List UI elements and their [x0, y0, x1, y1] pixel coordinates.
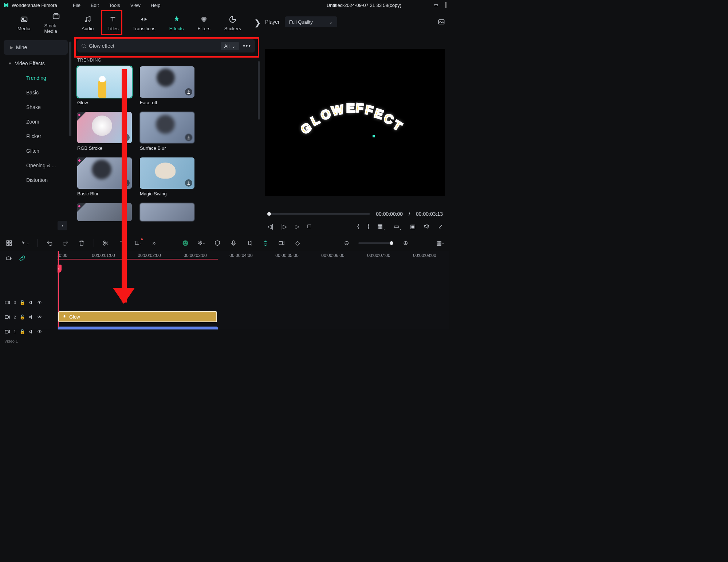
player-viewport[interactable]: G L O W E F F E C T: [265, 49, 445, 196]
timeline-ruler[interactable]: 00:00 00:00:01:00 00:00:02:00 00:00:03:0…: [58, 251, 449, 266]
timeline-tracks-area[interactable]: 00:00 00:00:01:00 00:00:02:00 00:00:03:0…: [58, 251, 449, 329]
mute-icon[interactable]: [29, 300, 34, 305]
effect-card-basic-blur[interactable]: Basic Blur: [77, 157, 132, 196]
undo-button[interactable]: [46, 239, 54, 247]
search-more-icon[interactable]: •••: [243, 43, 251, 49]
mark-in-button[interactable]: {: [357, 223, 359, 230]
download-icon[interactable]: [122, 179, 130, 187]
step-back-button[interactable]: ◁|: [267, 223, 273, 230]
player-volume-button[interactable]: [424, 223, 430, 230]
selection-tool-icon[interactable]: ⌄: [21, 239, 29, 247]
menu-file[interactable]: File: [73, 3, 80, 8]
zoom-slider[interactable]: [358, 242, 393, 244]
redo-button[interactable]: [62, 239, 70, 247]
text-tool-button[interactable]: [118, 239, 126, 247]
library-scrollbar[interactable]: [258, 61, 260, 120]
sidebar-item-mine[interactable]: ▶Mine: [4, 40, 68, 55]
snapshot-button[interactable]: [438, 18, 445, 26]
effect-card-extra1[interactable]: [77, 203, 132, 221]
tab-transitions[interactable]: Transitions: [130, 13, 158, 33]
timeline-view-button[interactable]: ▦⌄: [436, 239, 444, 247]
settings-gear-button[interactable]: ✻⌄: [197, 239, 205, 247]
player-quality-dropdown[interactable]: Full Quality⌄: [285, 16, 337, 27]
marker-button[interactable]: [261, 239, 269, 247]
download-icon[interactable]: [185, 179, 192, 187]
sidebar-sub-shake[interactable]: Shake: [16, 100, 70, 114]
track-2[interactable]: Glow: [58, 310, 449, 324]
menu-edit[interactable]: Edit: [91, 3, 99, 8]
add-track-button[interactable]: [5, 254, 13, 262]
tab-stock-media[interactable]: Stock Media: [42, 11, 70, 35]
track-3[interactable]: [58, 295, 449, 310]
player-display-button[interactable]: ▭⌄: [394, 223, 402, 230]
menu-tools[interactable]: Tools: [109, 3, 120, 8]
track-header-2[interactable]: 2🔓👁: [0, 310, 57, 324]
crop-button[interactable]: ⌄: [134, 239, 142, 247]
track-1[interactable]: GLOW EFFECT: [58, 324, 449, 329]
sidebar-sub-zoom[interactable]: Zoom: [16, 114, 70, 129]
effect-card-glow[interactable]: Glow: [77, 66, 132, 105]
ai-tool-button[interactable]: [181, 239, 189, 247]
lock-icon[interactable]: 🔓: [20, 329, 25, 334]
sidebar-collapse-button[interactable]: ‹: [58, 221, 67, 230]
effect-card-faceoff[interactable]: Face-off: [140, 66, 194, 105]
shield-button[interactable]: [213, 239, 221, 247]
sidebar-sub-flicker[interactable]: Flicker: [16, 129, 70, 144]
track-header-1[interactable]: 1🔓👁: [0, 324, 57, 339]
player-fullscreen-button[interactable]: ⤢: [438, 223, 443, 230]
menu-view[interactable]: View: [130, 3, 141, 8]
tab-effects[interactable]: Effects: [167, 13, 186, 33]
mark-out-button[interactable]: }: [367, 223, 369, 230]
visibility-icon[interactable]: 👁: [38, 315, 42, 320]
sidebar-sub-distortion[interactable]: Distortion: [16, 173, 70, 187]
player-progress-bar[interactable]: [267, 213, 370, 215]
lock-icon[interactable]: 🔓: [20, 315, 25, 320]
sidebar-sub-glitch[interactable]: Glitch: [16, 144, 70, 158]
effect-card-rgb-stroke[interactable]: RGB Stroke: [77, 112, 132, 151]
prev-frame-button[interactable]: |▷: [281, 223, 287, 230]
player-layout-button[interactable]: ▦⌄: [377, 223, 386, 230]
tabs-overflow-icon[interactable]: ❯: [254, 18, 261, 28]
delete-button[interactable]: [78, 239, 86, 247]
link-button[interactable]: [18, 254, 26, 262]
visibility-icon[interactable]: 👁: [38, 300, 42, 305]
download-icon[interactable]: [185, 88, 192, 95]
more-tools-button[interactable]: »: [150, 239, 158, 247]
stop-button[interactable]: □: [307, 223, 311, 230]
effect-card-extra2[interactable]: [140, 203, 194, 221]
split-button[interactable]: [102, 239, 110, 247]
effect-card-magic-swing[interactable]: Magic Swing: [140, 157, 194, 196]
clip-title-glow-effect[interactable]: GLOW EFFECT: [58, 327, 218, 329]
tab-stickers[interactable]: Stickers: [222, 13, 243, 33]
record-button[interactable]: [278, 239, 286, 247]
menu-help[interactable]: Help: [151, 3, 161, 8]
play-button[interactable]: ▷: [295, 223, 299, 230]
tab-audio[interactable]: Audio: [79, 13, 96, 33]
track-header-3[interactable]: 3🔓👁: [0, 295, 57, 310]
zoom-in-button[interactable]: ⊕: [401, 239, 409, 247]
sidebar-sub-opening[interactable]: Opening & ...: [16, 158, 70, 173]
sidebar-item-video-effects[interactable]: ▼Video Effects: [1, 56, 70, 71]
playhead-handle-icon[interactable]: ‹: [58, 265, 62, 273]
search-input[interactable]: [89, 43, 221, 49]
zoom-out-button[interactable]: ⊖: [342, 239, 350, 247]
tab-media[interactable]: Media: [15, 13, 32, 33]
tab-filters[interactable]: Filters: [195, 13, 212, 33]
keyframe-button[interactable]: ◇: [294, 239, 302, 247]
sidebar-sub-trending[interactable]: Trending: [16, 71, 70, 85]
audio-mixer-button[interactable]: [245, 239, 253, 247]
search-scope-dropdown[interactable]: All⌄: [221, 42, 239, 50]
effect-card-surface-blur[interactable]: Surface Blur: [140, 112, 194, 151]
tab-titles[interactable]: Titles: [105, 13, 121, 33]
app-thin-bar-icon[interactable]: [445, 2, 446, 8]
mute-icon[interactable]: [29, 329, 34, 334]
visibility-icon[interactable]: 👁: [38, 329, 42, 334]
sidebar-sub-basic[interactable]: Basic: [16, 85, 70, 100]
display-mode-icon[interactable]: ▭: [434, 2, 439, 7]
clip-glow[interactable]: Glow: [58, 311, 217, 322]
download-icon[interactable]: [185, 134, 192, 141]
timeline-layout-icon[interactable]: [5, 239, 13, 247]
mute-icon[interactable]: [29, 315, 34, 320]
mic-button[interactable]: [229, 239, 237, 247]
lock-icon[interactable]: 🔓: [20, 300, 25, 305]
